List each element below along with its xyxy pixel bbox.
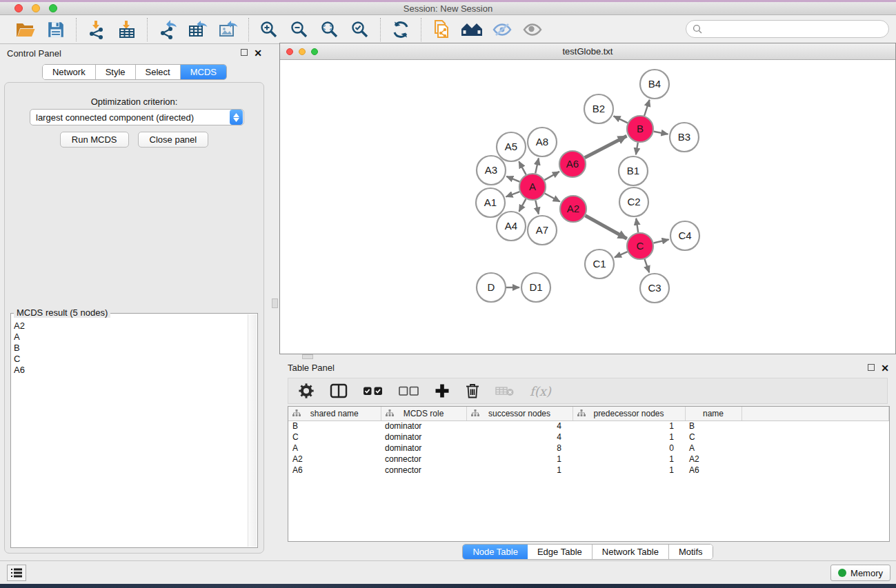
graph-node-A3[interactable]: A3 xyxy=(477,156,506,185)
table-cell[interactable]: A6 xyxy=(288,465,381,476)
save-session-icon[interactable] xyxy=(43,18,68,41)
export-table-icon[interactable] xyxy=(186,18,210,41)
hide-selected-icon[interactable] xyxy=(490,18,515,41)
delete-column-icon[interactable] xyxy=(465,381,480,401)
show-all-icon[interactable] xyxy=(520,18,545,41)
column-header[interactable]: shared name xyxy=(288,407,381,420)
table-cell[interactable]: dominator xyxy=(381,443,466,454)
graph-edge-C-C3[interactable] xyxy=(645,259,650,272)
graph-node-C[interactable]: C xyxy=(627,233,653,259)
graph-node-A6[interactable]: A6 xyxy=(559,151,586,177)
float-table-panel-icon[interactable] xyxy=(868,364,875,372)
new-network-from-selection-icon[interactable] xyxy=(429,18,454,41)
graph-node-B1[interactable]: B1 xyxy=(619,156,648,185)
network-window-titlebar[interactable]: testGlobe.txt xyxy=(280,43,895,60)
graph-node-B4[interactable]: B4 xyxy=(640,70,669,99)
first-neighbors-icon[interactable] xyxy=(459,18,484,41)
graph-edge-C-C4[interactable] xyxy=(654,239,669,243)
table-cell[interactable]: 1 xyxy=(573,420,685,432)
mcds-result-item[interactable]: A xyxy=(14,332,248,343)
graph-edge-A2-C[interactable] xyxy=(586,216,627,239)
table-cell[interactable]: B xyxy=(685,420,741,432)
graph-node-D[interactable]: D xyxy=(477,273,506,302)
criterion-select[interactable]: largest connected component (directed) xyxy=(30,109,244,125)
graph-edge-C-C1[interactable] xyxy=(615,252,628,257)
graph-edge-A-A5[interactable] xyxy=(519,161,526,174)
graph-node-A2[interactable]: A2 xyxy=(560,196,586,222)
close-panel-icon[interactable]: ✕ xyxy=(254,48,262,58)
apply-layout-icon[interactable] xyxy=(388,18,413,41)
zoom-fit-icon[interactable] xyxy=(317,18,342,41)
graph-node-C1[interactable]: C1 xyxy=(585,250,614,278)
graph-node-B2[interactable]: B2 xyxy=(584,94,613,123)
graph-edge-A-A3[interactable] xyxy=(506,176,519,182)
float-panel-icon[interactable] xyxy=(241,49,248,57)
show-column-icon[interactable] xyxy=(330,381,348,401)
table-cell[interactable]: 1 xyxy=(573,432,685,443)
graph-node-A7[interactable]: A7 xyxy=(528,216,557,245)
graph-node-D1[interactable]: D1 xyxy=(521,273,550,302)
import-network-icon[interactable] xyxy=(84,18,109,41)
memory-button[interactable]: Memory xyxy=(830,565,890,581)
horizontal-splitter-grip[interactable] xyxy=(302,354,313,359)
graph-edge-A-A4[interactable] xyxy=(519,199,526,212)
table-row[interactable]: Adominator80A xyxy=(288,443,889,454)
table-cell[interactable]: A xyxy=(685,443,741,454)
tab-network[interactable]: Network xyxy=(43,65,96,79)
table-cell[interactable]: connector xyxy=(381,454,466,465)
table-cell[interactable]: 1 xyxy=(466,465,573,476)
graph-node-B[interactable]: B xyxy=(627,116,653,142)
tab-motifs[interactable]: Motifs xyxy=(669,545,713,559)
mcds-result-item[interactable]: A2 xyxy=(14,321,248,332)
graph-edge-A-A2[interactable] xyxy=(545,194,560,202)
zoom-selected-icon[interactable] xyxy=(348,18,372,41)
table-cell[interactable]: A2 xyxy=(685,454,741,465)
mcds-result-scrollbar[interactable] xyxy=(248,314,257,547)
table-cell[interactable]: 4 xyxy=(466,420,573,432)
graph-edge-A-A7[interactable] xyxy=(535,201,539,214)
table-row[interactable]: A6connector11A6 xyxy=(288,465,889,476)
graph-node-C3[interactable]: C3 xyxy=(640,274,669,303)
graph-edge-A6-B[interactable] xyxy=(585,136,627,158)
table-cell[interactable]: dominator xyxy=(381,432,466,443)
mcds-result-item[interactable]: A6 xyxy=(14,365,248,376)
graph-node-B3[interactable]: B3 xyxy=(670,123,699,152)
table-cell[interactable]: dominator xyxy=(381,420,466,432)
mcds-result-item[interactable]: B xyxy=(14,343,248,354)
select-all-checks-icon[interactable] xyxy=(363,381,384,401)
table-cell[interactable]: B xyxy=(288,420,381,432)
table-cell[interactable]: 4 xyxy=(466,432,573,443)
tab-style[interactable]: Style xyxy=(96,65,136,79)
node-table[interactable]: shared nameMCDS rolesuccessor nodesprede… xyxy=(288,406,890,542)
table-row[interactable]: Cdominator41C xyxy=(288,432,889,443)
column-header[interactable]: MCDS role xyxy=(381,407,466,420)
network-canvas[interactable]: B4B2BB3B1A5A8A6A3AA1A2C2A4A7CC4C1C3DD1 xyxy=(280,60,895,354)
table-cell[interactable]: 0 xyxy=(573,443,685,454)
graph-node-A8[interactable]: A8 xyxy=(528,128,557,156)
mcds-result-item[interactable]: C xyxy=(14,354,248,365)
graph-node-A1[interactable]: A1 xyxy=(476,188,505,217)
table-cell[interactable]: C xyxy=(685,432,741,443)
graph-node-A5[interactable]: A5 xyxy=(497,132,526,161)
tab-network-table[interactable]: Network Table xyxy=(593,545,669,559)
graph-edge-A-A8[interactable] xyxy=(535,159,539,174)
search-field[interactable] xyxy=(686,20,889,38)
close-table-panel-icon[interactable]: ✕ xyxy=(881,363,889,373)
table-row[interactable]: A2connector11A2 xyxy=(288,454,889,465)
graph-edge-B-B1[interactable] xyxy=(636,143,638,155)
table-cell[interactable]: A6 xyxy=(685,465,741,476)
tab-edge-table[interactable]: Edge Table xyxy=(528,545,593,559)
table-cell[interactable]: C xyxy=(288,432,381,443)
combo-stepper-icon[interactable] xyxy=(230,110,243,125)
run-mcds-button[interactable]: Run MCDS xyxy=(60,132,129,148)
column-header[interactable]: predecessor nodes xyxy=(573,407,685,420)
add-column-icon[interactable] xyxy=(435,381,450,401)
graph-edge-B-B3[interactable] xyxy=(654,132,668,134)
export-network-icon[interactable] xyxy=(155,18,180,41)
graph-edge-A-A6[interactable] xyxy=(544,172,559,180)
import-table-icon[interactable] xyxy=(115,18,139,41)
graph-node-C4[interactable]: C4 xyxy=(670,221,699,250)
column-header[interactable]: successor nodes xyxy=(466,407,573,420)
graph-node-A4[interactable]: A4 xyxy=(497,212,526,241)
graph-node-A[interactable]: A xyxy=(519,174,546,200)
